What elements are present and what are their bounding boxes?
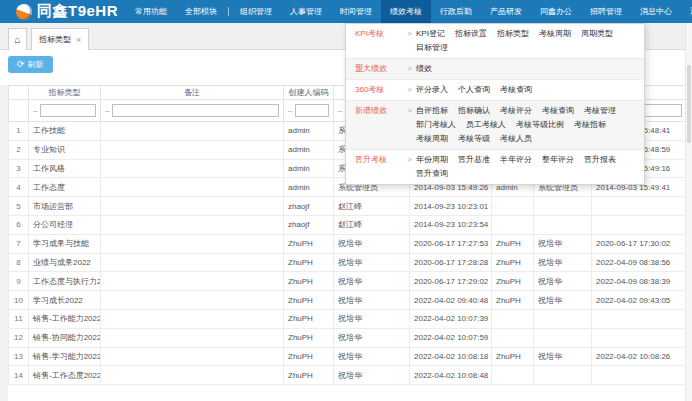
- home-tab[interactable]: ⌂: [8, 28, 27, 50]
- menu-item[interactable]: 年份周期: [416, 153, 448, 167]
- menu-section-label-1[interactable]: 盟大绩效: [355, 62, 403, 76]
- menu-section-4: 晋升考核>年份周期晋升基准半年评分整年评分晋升报表晋升查询: [346, 150, 644, 184]
- menu-item[interactable]: 考核周期: [416, 132, 448, 146]
- cell-2: [101, 122, 284, 141]
- menu-item[interactable]: 周期类型: [581, 27, 613, 41]
- cell-6: [492, 197, 534, 216]
- cell-3: ZhuPH: [284, 366, 334, 385]
- tab-indicator-type[interactable]: 指标类型 ×: [31, 28, 89, 50]
- filter-cell-1: –: [29, 100, 101, 122]
- nav-item-7[interactable]: 产品研发: [481, 0, 531, 23]
- filter-operator-dash[interactable]: –: [33, 106, 37, 115]
- menu-item[interactable]: 部门考核人: [416, 118, 456, 132]
- menu-item[interactable]: 指标设置: [455, 27, 487, 41]
- filter-operator-dash[interactable]: –: [288, 106, 292, 115]
- menu-item[interactable]: 整年评分: [542, 153, 574, 167]
- filter-operator-dash[interactable]: –: [105, 106, 109, 115]
- filter-input-3[interactable]: [295, 104, 329, 117]
- refresh-button[interactable]: ⟳ 刷新: [8, 56, 53, 73]
- column-header-1[interactable]: 指标类型: [29, 86, 101, 100]
- menu-item[interactable]: 晋升基准: [458, 153, 490, 167]
- cell-5: 2022-04-02 09:40:48: [410, 291, 492, 310]
- cell-3: zhaojf: [284, 215, 334, 234]
- nav-item-9[interactable]: 招聘管理: [581, 0, 631, 23]
- app-logo[interactable]: 同鑫T9eHR: [0, 2, 126, 21]
- menu-item[interactable]: 考核查询: [542, 104, 574, 118]
- row-number: 9: [9, 272, 29, 291]
- menu-item[interactable]: 半年评分: [500, 153, 532, 167]
- menu-item[interactable]: 指标类型: [497, 27, 529, 41]
- table-row[interactable]: 12销售-协同能力2022ZhuPH祝培华2022-04-02 10:07:59: [9, 328, 687, 347]
- cell-3: zhaojf: [284, 197, 334, 216]
- table-row[interactable]: 6分公司经理zhaojf赵江峰2014-09-23 10:23:54: [9, 215, 687, 234]
- row-number: 6: [9, 215, 29, 234]
- menu-items: 自评指标指标确认考核评分考核查询考核管理部门考核人员工考核人考核等级比例考核指标…: [416, 104, 644, 146]
- column-header-2[interactable]: 备注: [101, 86, 284, 100]
- table-row[interactable]: 9工作态度与执行力2022ZhuPH祝培华2020-06-17 17:29:02…: [9, 272, 687, 291]
- nav-item-4[interactable]: 时间管理: [331, 0, 381, 23]
- nav-item-10[interactable]: 消息中心: [631, 0, 681, 23]
- cell-2: [101, 234, 284, 253]
- nav-item-3[interactable]: 人事管理: [281, 0, 331, 23]
- menu-item[interactable]: 考核评分: [500, 104, 532, 118]
- cell-3: ZhuPH: [284, 291, 334, 310]
- nav-item-0[interactable]: 常用功能: [126, 0, 176, 23]
- cell-3: ZhuPH: [284, 347, 334, 366]
- tab-close-icon[interactable]: ×: [76, 36, 81, 44]
- column-header-3[interactable]: 创建人编码: [284, 86, 334, 100]
- nav-item-5[interactable]: 绩效考核: [381, 0, 431, 23]
- cell-1: 市场运营部: [29, 197, 101, 216]
- column-header-0[interactable]: [9, 86, 29, 100]
- menu-item[interactable]: 晋升报表: [584, 153, 616, 167]
- filter-operator-dash[interactable]: –: [338, 106, 342, 115]
- menu-item[interactable]: 考核等级: [458, 132, 490, 146]
- table-row[interactable]: 8业绩与成果2022ZhuPH祝培华2020-06-17 17:28:28Zhu…: [9, 253, 687, 272]
- menu-section-label-0[interactable]: KPI考核: [355, 27, 403, 41]
- menu-item[interactable]: 评分录入: [416, 83, 448, 97]
- menu-item[interactable]: 考核管理: [584, 104, 616, 118]
- menu-section-label-3[interactable]: 新谱绩效: [355, 104, 403, 118]
- filter-cell-2: –: [101, 100, 284, 122]
- menu-item[interactable]: 自评指标: [416, 104, 448, 118]
- cell-1: 业绩与成果2022: [29, 253, 101, 272]
- cell-3: ZhuPH: [284, 328, 334, 347]
- menu-item[interactable]: 晋升查询: [416, 167, 448, 181]
- nav-item-2[interactable]: 组织管理: [231, 0, 281, 23]
- filter-input-2[interactable]: [112, 104, 279, 117]
- cell-5: 2022-04-02 10:08:18: [410, 347, 492, 366]
- cell-8: 2022-04-02 10:08:26: [592, 347, 687, 366]
- nav-item-8[interactable]: 同鑫办公: [531, 0, 581, 23]
- menu-item[interactable]: 员工考核人: [466, 118, 506, 132]
- menu-section-label-4[interactable]: 晋升考核: [355, 153, 403, 167]
- table-row[interactable]: 5市场运营部zhaojf赵江峰2014-09-23 10:23:01: [9, 197, 687, 216]
- cell-8: [592, 197, 687, 216]
- cell-2: [101, 140, 284, 159]
- filter-input-1[interactable]: [40, 104, 96, 117]
- menu-item[interactable]: 指标确认: [458, 104, 490, 118]
- menu-item[interactable]: 考核指标: [574, 118, 606, 132]
- cell-7: [534, 197, 592, 216]
- cell-6: ZhuPH: [492, 234, 534, 253]
- table-row[interactable]: 11销售-工作能力2022ZhuPH祝培华2022-04-02 10:07:39: [9, 309, 687, 328]
- cell-1: 工作态度与执行力2022: [29, 272, 101, 291]
- menu-item[interactable]: 考核查询: [500, 83, 532, 97]
- menu-item[interactable]: 目标管理: [416, 41, 448, 55]
- nav-item-11[interactable]: 通知公告: [681, 0, 692, 23]
- menu-section-label-2[interactable]: 360考核: [355, 83, 403, 97]
- nav-item-6[interactable]: 行政后勤: [431, 0, 481, 23]
- cell-6: [492, 215, 534, 234]
- cell-8: 2022-04-02 09:43:05: [592, 291, 687, 310]
- menu-item[interactable]: 考核等级比例: [516, 118, 564, 132]
- table-row[interactable]: 10学习成长2022ZhuPH祝培华2022-04-02 09:40:48Zhu…: [9, 291, 687, 310]
- scrollbar-thumb[interactable]: [687, 65, 691, 143]
- table-row[interactable]: 13销售-学习能力2022ZhuPH祝培华2022-04-02 10:08:18…: [9, 347, 687, 366]
- menu-item[interactable]: 考核周期: [539, 27, 571, 41]
- nav-item-1[interactable]: 全部模块: [176, 0, 226, 23]
- menu-item[interactable]: 考核人员: [500, 132, 532, 146]
- menu-item[interactable]: KPI登记: [416, 27, 445, 41]
- table-row[interactable]: 7学习成果与技能ZhuPH祝培华2020-06-17 17:27:53ZhuPH…: [9, 234, 687, 253]
- menu-section-3: 新谱绩效>自评指标指标确认考核评分考核查询考核管理部门考核人员工考核人考核等级比…: [346, 101, 644, 150]
- menu-item[interactable]: 个人查询: [458, 83, 490, 97]
- table-row[interactable]: 14销售-工作态度2022ZhuPH祝培华2022-04-02 10:08:48: [9, 366, 687, 385]
- menu-item[interactable]: 绩效: [416, 62, 432, 76]
